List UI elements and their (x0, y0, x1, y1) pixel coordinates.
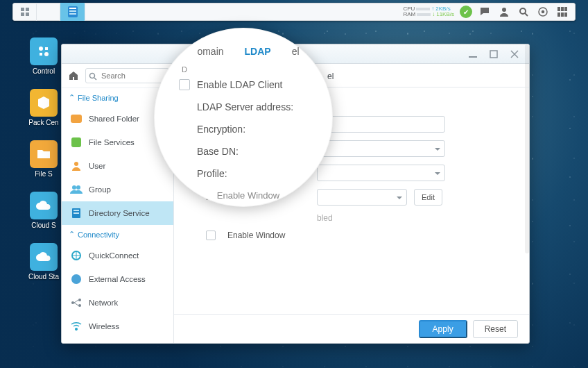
pilot-icon[interactable] (536, 5, 550, 19)
apply-button[interactable]: Apply (419, 320, 467, 338)
server-input[interactable] (317, 116, 445, 133)
svg-point-9 (520, 8, 526, 14)
chat-icon[interactable] (478, 5, 492, 19)
svg-point-20 (44, 52, 49, 56)
system-tray: CPU↑2KB/s RAM↓11KB/s ✔ (397, 5, 575, 19)
chevron-up-icon: ⌃ (69, 93, 75, 102)
widgets-icon[interactable] (555, 5, 569, 19)
globe-icon (70, 273, 83, 285)
directory-icon (70, 207, 83, 219)
sidebar-item-group[interactable]: Group (62, 178, 173, 201)
svg-point-38 (78, 299, 81, 301)
svg-rect-33 (74, 210, 79, 211)
section-connectivity[interactable]: ⌃Connectivity (62, 225, 173, 244)
svg-rect-21 (40, 53, 42, 56)
svg-rect-0 (21, 8, 24, 11)
sidebar-item-wireless[interactable]: Wireless (62, 315, 173, 338)
svg-rect-16 (557, 12, 560, 17)
user-icon[interactable] (497, 5, 511, 19)
svg-rect-23 (469, 56, 477, 58)
wifi-icon (70, 320, 83, 333)
profile-select[interactable] (317, 189, 407, 206)
footer-bar: Apply Reset (174, 314, 529, 343)
network-icon (70, 296, 83, 309)
minimize-icon[interactable] (462, 47, 483, 61)
sidebar-item-user[interactable]: User (62, 154, 173, 178)
sidebar-item-directory-service[interactable]: Directory Service (62, 201, 173, 225)
search-wrap (85, 68, 169, 83)
close-icon[interactable] (504, 47, 525, 61)
sidebar-item-external-access[interactable]: External Access (62, 267, 173, 291)
chevron-up-icon: ⌃ (69, 230, 75, 239)
svg-rect-22 (45, 47, 48, 50)
search-input[interactable] (85, 68, 169, 83)
services-icon (70, 136, 83, 149)
svg-point-39 (78, 304, 81, 307)
svg-rect-3 (26, 12, 29, 16)
maximize-icon[interactable] (483, 47, 504, 61)
enable-win-checkbox[interactable] (206, 231, 216, 240)
svg-line-40 (74, 300, 78, 303)
taskbar-divider (37, 3, 60, 21)
svg-point-36 (71, 274, 81, 284)
svg-point-8 (502, 8, 506, 12)
svg-point-12 (542, 11, 544, 13)
show-desktop-button[interactable] (13, 3, 37, 21)
mag-tab-domain: omain (189, 43, 232, 60)
svg-rect-13 (557, 7, 560, 11)
svg-rect-5 (69, 8, 76, 9)
svg-rect-6 (69, 10, 76, 12)
user-icon (70, 160, 83, 172)
svg-point-27 (90, 74, 95, 78)
svg-rect-24 (490, 51, 497, 58)
folder-icon (70, 112, 83, 125)
sidebar-item-quickconnect[interactable]: QuickConnect (62, 244, 173, 267)
svg-point-31 (76, 185, 80, 190)
svg-rect-34 (74, 212, 79, 214)
svg-rect-15 (564, 7, 567, 11)
magnifier-overlay: omain LDAP el D Enable LDAP Client LDAP … (154, 28, 333, 207)
svg-point-30 (72, 185, 76, 190)
svg-rect-1 (26, 8, 29, 11)
svg-point-19 (39, 47, 43, 51)
search-icon[interactable] (517, 5, 530, 19)
enable-win-label: Enable Window (227, 231, 285, 240)
ram-label: RAM (403, 12, 415, 17)
sidebar-item-network[interactable]: Network (62, 291, 173, 315)
svg-rect-17 (561, 12, 564, 17)
taskbar-app-controlpanel[interactable] (60, 3, 85, 21)
svg-line-10 (525, 13, 528, 16)
svg-rect-7 (69, 13, 76, 15)
group-icon (70, 183, 83, 196)
mag-tab-ldap: LDAP (236, 43, 279, 60)
svg-point-42 (76, 328, 78, 331)
svg-rect-2 (21, 12, 24, 16)
net-down: 11KB/s (436, 12, 454, 17)
svg-line-41 (74, 303, 78, 306)
disabled-hint: bled (317, 213, 333, 223)
mag-enable-checkbox (179, 79, 190, 90)
encryption-select[interactable] (317, 140, 445, 157)
basedn-select[interactable] (317, 165, 445, 181)
taskbar: CPU↑2KB/s RAM↓11KB/s ✔ (12, 3, 576, 21)
quickconnect-icon (70, 249, 83, 262)
resource-monitor[interactable]: CPU↑2KB/s RAM↓11KB/s (403, 6, 454, 17)
search-icon (89, 71, 97, 83)
svg-line-28 (94, 78, 96, 80)
svg-rect-14 (561, 7, 564, 11)
edit-button[interactable]: Edit (414, 189, 442, 206)
svg-point-37 (71, 301, 74, 304)
home-button[interactable] (66, 68, 81, 83)
reset-button[interactable]: Reset (473, 320, 518, 338)
svg-rect-18 (564, 12, 567, 17)
health-status-icon[interactable]: ✔ (460, 6, 472, 18)
svg-point-29 (74, 162, 78, 166)
